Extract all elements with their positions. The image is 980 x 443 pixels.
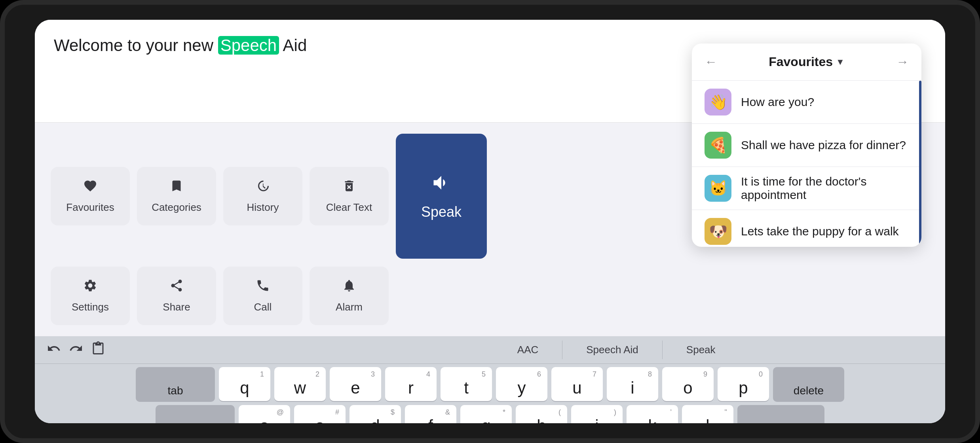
speaker-icon <box>431 172 452 197</box>
favourites-label: Favourites <box>66 201 114 214</box>
delete-key[interactable]: delete <box>773 367 844 401</box>
text-suffix: Aid <box>279 36 307 55</box>
key-o[interactable]: 9o <box>662 367 714 401</box>
item-text-1: Shall we have pizza for dinner? <box>741 138 906 152</box>
history-button[interactable]: History <box>223 167 302 225</box>
key-y[interactable]: 6y <box>496 367 547 401</box>
favourites-panel: ← Favourites ▼ → 👋 How are you? 🍕 Shall … <box>692 44 921 247</box>
share-icon <box>169 278 184 296</box>
keyboard-toolbar: AAC Speech Aid Speak <box>35 336 945 364</box>
text-highlight: Speech <box>218 36 279 55</box>
toolbar-left <box>47 341 105 359</box>
phone-icon <box>256 278 270 296</box>
settings-button[interactable]: Settings <box>51 267 130 325</box>
clear-text-label: Clear Text <box>326 201 372 214</box>
list-item[interactable]: 🍕 Shall we have pizza for dinner? <box>692 124 921 167</box>
bell-icon <box>342 278 356 296</box>
caps-lock-key[interactable]: caps lock <box>156 405 235 423</box>
speak-label: Speak <box>421 204 462 220</box>
settings-label: Settings <box>72 301 109 313</box>
return-key[interactable]: return <box>737 405 824 423</box>
key-i[interactable]: 8i <box>607 367 658 401</box>
key-a[interactable]: @a <box>239 405 290 423</box>
item-text-3: Lets take the puppy for a walk <box>741 225 899 238</box>
item-text-2: It is time for the doctor's appointment <box>741 175 909 202</box>
call-button[interactable]: Call <box>223 267 302 325</box>
categories-label: Categories <box>152 201 201 214</box>
toolbar-center: AAC Speech Aid Speak <box>494 341 739 359</box>
buttons-row-2: Settings Share Call <box>51 267 929 325</box>
item-icon-0: 👋 <box>705 89 731 115</box>
keyboard-area: tab 1q 2w 3e 4r 5t 6y 7u 8i 9o 0p delete <box>35 364 945 423</box>
key-e[interactable]: 3e <box>330 367 381 401</box>
key-s[interactable]: #s <box>294 405 346 423</box>
key-j[interactable]: )j <box>571 405 623 423</box>
heart-icon <box>83 179 97 197</box>
tab-speak[interactable]: Speak <box>663 341 739 359</box>
ipad-frame: Welcome to your new Speech Aid Favourite… <box>0 0 980 443</box>
speak-button[interactable]: Speak <box>396 134 487 259</box>
alarm-button[interactable]: Alarm <box>310 267 389 325</box>
tab-aac[interactable]: AAC <box>494 341 562 359</box>
ipad-screen: Welcome to your new Speech Aid Favourite… <box>35 20 945 423</box>
redo-button[interactable] <box>69 341 83 359</box>
share-button[interactable]: Share <box>137 267 216 325</box>
panel-forward-button[interactable]: → <box>896 55 909 69</box>
undo-button[interactable] <box>47 341 61 359</box>
item-text-0: How are you? <box>741 95 814 109</box>
key-k[interactable]: 'k <box>627 405 678 423</box>
text-prefix: Welcome to your new <box>54 36 218 55</box>
call-label: Call <box>254 301 272 313</box>
item-icon-2: 🐱 <box>705 175 731 202</box>
clock-icon <box>256 179 270 197</box>
key-p[interactable]: 0p <box>718 367 769 401</box>
key-q[interactable]: 1q <box>219 367 270 401</box>
panel-header: ← Favourites ▼ → <box>692 44 921 81</box>
panel-title-dropdown-icon: ▼ <box>836 57 845 67</box>
share-label: Share <box>163 301 190 313</box>
item-icon-3: 🐶 <box>705 218 731 245</box>
key-l[interactable]: "l <box>682 405 733 423</box>
tab-speech-aid[interactable]: Speech Aid <box>562 341 663 359</box>
key-r[interactable]: 4r <box>385 367 437 401</box>
key-d[interactable]: $d <box>349 405 401 423</box>
trash-icon <box>342 179 356 197</box>
item-icon-1: 🍕 <box>705 132 731 159</box>
list-item[interactable]: 👋 How are you? <box>692 81 921 124</box>
panel-title: Favourites ▼ <box>769 55 845 69</box>
paste-button[interactable] <box>91 341 105 359</box>
keyboard-row-1: tab 1q 2w 3e 4r 5t 6y 7u 8i 9o 0p delete <box>41 367 939 401</box>
history-label: History <box>247 201 279 214</box>
categories-button[interactable]: Categories <box>137 167 216 225</box>
clear-text-button[interactable]: Clear Text <box>310 167 389 225</box>
bookmark-icon <box>169 179 184 197</box>
key-g[interactable]: *g <box>460 405 512 423</box>
key-w[interactable]: 2w <box>274 367 326 401</box>
key-t[interactable]: 5t <box>441 367 492 401</box>
key-f[interactable]: &f <box>405 405 456 423</box>
gear-icon <box>83 278 97 296</box>
alarm-label: Alarm <box>336 301 363 313</box>
list-item[interactable]: 🐱 It is time for the doctor's appointmen… <box>692 167 921 210</box>
panel-items: 👋 How are you? 🍕 Shall we have pizza for… <box>692 81 921 247</box>
keyboard-row-2: caps lock @a #s $d &f *g (h )j 'k "l ret… <box>41 405 939 423</box>
panel-back-button[interactable]: ← <box>705 55 717 69</box>
favourites-button[interactable]: Favourites <box>51 167 130 225</box>
tab-key[interactable]: tab <box>136 367 215 401</box>
list-item[interactable]: 🐶 Lets take the puppy for a walk <box>692 210 921 247</box>
key-u[interactable]: 7u <box>551 367 603 401</box>
key-h[interactable]: (h <box>516 405 567 423</box>
